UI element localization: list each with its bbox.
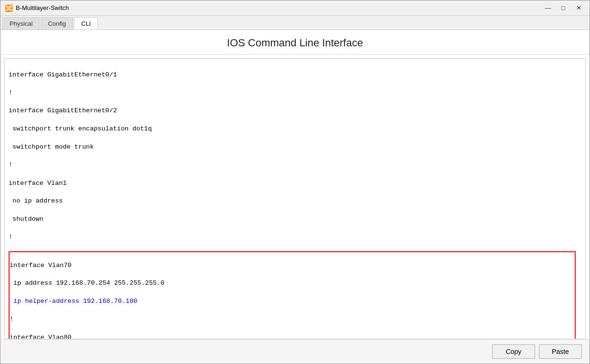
title-bar: 🔀 B-Multilayer-Switch — □ ✕ xyxy=(0,0,590,16)
cli-line: interface GigabitEthernet0/1 xyxy=(9,71,581,80)
minimize-button[interactable]: — xyxy=(541,3,555,13)
main-window: 🔀 B-Multilayer-Switch — □ ✕ Physical Con… xyxy=(0,0,590,364)
cli-line: interface Vlan80 xyxy=(10,333,575,339)
paste-button[interactable]: Paste xyxy=(539,344,582,359)
main-content: IOS Command Line Interface interface Gig… xyxy=(0,30,590,364)
page-title: IOS Command Line Interface xyxy=(0,30,590,54)
cli-line: interface GigabitEthernet0/2 xyxy=(9,107,581,116)
cli-scroll[interactable]: interface GigabitEthernet0/1 ! interface… xyxy=(5,59,585,339)
cli-line: ip helper-address 192.168.70.100 xyxy=(10,297,575,306)
app-icon: 🔀 xyxy=(4,4,13,12)
cli-content: interface GigabitEthernet0/1 ! interface… xyxy=(5,59,585,339)
cli-line: interface Vlan70 xyxy=(10,261,575,270)
cli-area[interactable]: interface GigabitEthernet0/1 ! interface… xyxy=(4,58,586,339)
maximize-button[interactable]: □ xyxy=(556,3,570,13)
cli-line: ip address 192.168.70.254 255.255.255.0 xyxy=(10,279,575,288)
title-bar-controls: — □ ✕ xyxy=(541,3,586,13)
tab-cli[interactable]: CLI xyxy=(74,17,98,30)
cli-line: ! xyxy=(10,315,575,324)
window-title: B-Multilayer-Switch xyxy=(16,4,69,11)
bottom-bar: Copy Paste xyxy=(0,339,590,364)
tab-physical[interactable]: Physical xyxy=(2,17,40,30)
cli-line: no ip address xyxy=(9,197,581,206)
cli-line: shutdown xyxy=(9,215,581,224)
cli-line: switchport mode trunk xyxy=(9,143,581,152)
cli-line: interface Vlan1 xyxy=(9,179,581,188)
copy-button[interactable]: Copy xyxy=(492,344,535,359)
close-button[interactable]: ✕ xyxy=(571,3,586,13)
cli-line: ! xyxy=(9,161,581,170)
tab-config[interactable]: Config xyxy=(41,17,73,30)
cli-line: ! xyxy=(9,89,581,98)
highlighted-config-block: interface Vlan70 ip address 192.168.70.2… xyxy=(9,251,576,339)
tab-bar: Physical Config CLI xyxy=(0,16,590,30)
cli-line: ! xyxy=(9,233,581,242)
cli-line: switchport trunk encapsulation dot1q xyxy=(9,125,581,134)
title-bar-left: 🔀 B-Multilayer-Switch xyxy=(4,4,69,12)
